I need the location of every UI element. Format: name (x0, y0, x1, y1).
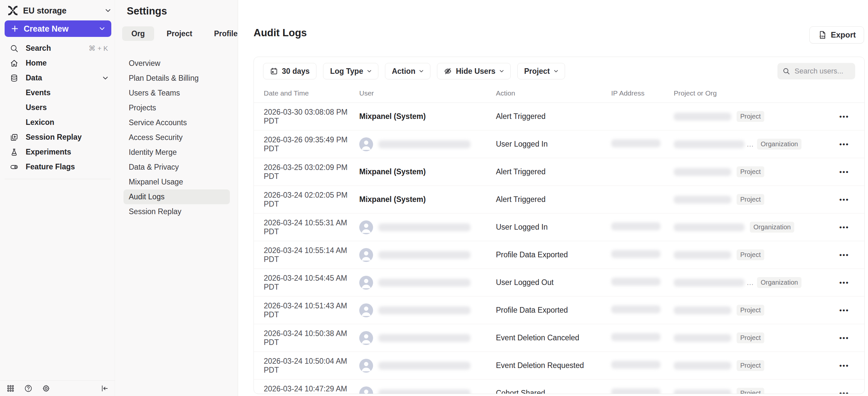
table-row[interactable]: 2026-03-30 03:08:08 PM PDT Mixpanel (Sys… (254, 103, 864, 130)
row-menu-button[interactable]: ••• (836, 332, 852, 344)
settings-nav-projects[interactable]: Projects (123, 100, 230, 115)
sidebar-item-experiments[interactable]: Experiments (0, 145, 115, 159)
settings-nav-plan-details-billing[interactable]: Plan Details & Billing (123, 71, 230, 86)
user-name: Mixpanel (System) (359, 167, 426, 176)
flask-icon (10, 148, 19, 156)
row-menu-button[interactable]: ••• (836, 139, 852, 150)
table-row[interactable]: 2026-03-24 10:50:38 AM PDT Event Deletio… (254, 324, 864, 352)
sidebar-item-lexicon[interactable]: Lexicon (0, 115, 115, 130)
sidebar-item-home[interactable]: Home (0, 56, 115, 70)
redacted-target-name (674, 279, 745, 286)
row-menu-button[interactable]: ••• (836, 249, 852, 261)
chevron-down-icon (554, 70, 558, 72)
table-row[interactable]: 2026-03-24 10:51:43 AM PDT Profile Data … (254, 297, 864, 324)
sidebar-item-feature-flags[interactable]: Feature Flags (0, 159, 115, 174)
user-avatar-icon (359, 276, 373, 290)
action-filter-button[interactable]: Action (385, 63, 431, 80)
row-menu-button[interactable]: ••• (836, 221, 852, 233)
hide-users-filter-button[interactable]: Hide Users (437, 63, 510, 80)
row-menu-button[interactable]: ••• (836, 166, 852, 178)
log-project-or-org: Organization (674, 222, 833, 233)
settings-title: Settings (127, 5, 238, 17)
export-button[interactable]: CSV Export (809, 26, 864, 43)
toggle-icon (10, 163, 19, 171)
table-row[interactable]: 2026-03-24 02:02:05 PM PDT Mixpanel (Sys… (254, 186, 864, 213)
workspace-name: EU storage (23, 6, 101, 16)
search-users-box[interactable] (777, 63, 855, 80)
search-shortcut: ⌘ + K (89, 44, 108, 52)
row-menu-button[interactable]: ••• (836, 388, 852, 394)
settings-nav-identity-merge[interactable]: Identity Merge (123, 145, 230, 160)
redacted-user-email (378, 362, 470, 370)
sidebar-item-users[interactable]: Users (0, 100, 115, 115)
sidebar-item-session-replay[interactable]: Session Replay (0, 130, 115, 145)
target-ellipsis: … (746, 278, 754, 287)
user-avatar-icon (359, 387, 373, 394)
settings-nav-service-accounts[interactable]: Service Accounts (123, 115, 230, 130)
tab-org[interactable]: Org (122, 26, 154, 41)
table-row[interactable]: 2026-03-24 10:55:31 AM PDT User Logged I… (254, 213, 864, 241)
date-range-filter-button[interactable]: 30 days (263, 63, 316, 80)
table-row[interactable]: 2026-03-24 10:55:14 AM PDT Profile Data … (254, 241, 864, 269)
log-ip (611, 250, 674, 260)
settings-nav-data-privacy[interactable]: Data & Privacy (123, 160, 230, 175)
row-menu-button[interactable]: ••• (836, 360, 852, 372)
user-name: Mixpanel (System) (359, 195, 426, 204)
target-type-badge: Project (737, 166, 764, 177)
create-new-button[interactable]: Create New (5, 21, 111, 37)
sidebar-item-label: Data (26, 73, 95, 82)
settings-nav: Overview Plan Details & Billing Users & … (116, 56, 238, 219)
redacted-target-name (674, 362, 731, 370)
log-ip (611, 305, 674, 315)
hide-users-label: Hide Users (456, 67, 495, 76)
redacted-ip-address (611, 222, 660, 230)
table-row[interactable]: 2026-03-26 09:35:49 PM PDT User Logged I… (254, 130, 864, 158)
log-project-or-org: Project (674, 111, 833, 122)
log-project-or-org: Project (674, 388, 833, 394)
settings-nav-overview[interactable]: Overview (123, 56, 230, 71)
workspace-switcher[interactable]: EU storage (5, 3, 111, 18)
sidebar-item-data[interactable]: Data (0, 70, 115, 85)
settings-nav-session-replay[interactable]: Session Replay (123, 204, 230, 219)
table-row[interactable]: 2026-03-24 10:50:04 AM PDT Event Deletio… (254, 352, 864, 379)
row-menu-button[interactable]: ••• (836, 111, 852, 123)
project-filter-button[interactable]: Project (517, 63, 565, 80)
redacted-user-email (378, 223, 470, 231)
log-type-filter-button[interactable]: Log Type (323, 63, 378, 80)
table-row[interactable]: 2026-03-24 10:47:29 AM PDT Cohort Shared… (254, 379, 864, 394)
redacted-user-email (378, 140, 470, 148)
target-type-badge: Project (737, 360, 764, 371)
settings-nav-users-teams[interactable]: Users & Teams (123, 86, 230, 100)
log-datetime: 2026-03-24 02:02:05 PM PDT (264, 191, 359, 209)
row-menu-button[interactable]: ••• (836, 304, 852, 316)
log-action: Profile Data Exported (496, 250, 611, 259)
log-ip (611, 333, 674, 343)
log-action: Alert Triggered (496, 195, 611, 204)
apps-grid-icon[interactable] (7, 385, 14, 392)
gear-icon[interactable] (42, 385, 50, 392)
log-datetime: 2026-03-24 10:54:45 AM PDT (264, 274, 359, 292)
sidebar-item-search[interactable]: Search ⌘ + K (0, 41, 115, 56)
help-icon[interactable] (24, 385, 32, 392)
user-avatar-icon (359, 138, 373, 151)
settings-nav-audit-logs[interactable]: Audit Logs (123, 189, 230, 204)
log-action: Event Deletion Requested (496, 361, 611, 370)
table-header: Date and Time User Action IP Address Pro… (254, 84, 864, 103)
redacted-target-name (674, 113, 731, 121)
row-menu-button[interactable]: ••• (836, 194, 852, 206)
table-row[interactable]: 2026-03-25 03:02:09 PM PDT Mixpanel (Sys… (254, 158, 864, 186)
log-project-or-org: … Organization (674, 139, 833, 150)
search-users-input[interactable] (794, 66, 850, 76)
sidebar-item-label: Users (26, 103, 108, 112)
collapse-sidebar-icon[interactable] (101, 385, 108, 392)
sidebar-item-events[interactable]: Events (0, 85, 115, 100)
row-menu-button[interactable]: ••• (836, 277, 852, 288)
settings-nav-access-security[interactable]: Access Security (123, 130, 230, 145)
settings-nav-mixpanel-usage[interactable]: Mixpanel Usage (123, 175, 230, 189)
log-user: Mixpanel (System) (359, 112, 496, 121)
table-row[interactable]: 2026-03-24 10:54:45 AM PDT User Logged O… (254, 269, 864, 297)
log-project-or-org: … Organization (674, 277, 833, 288)
log-ip (611, 389, 674, 394)
tab-project[interactable]: Project (157, 26, 202, 41)
chevron-down-icon (103, 77, 108, 80)
